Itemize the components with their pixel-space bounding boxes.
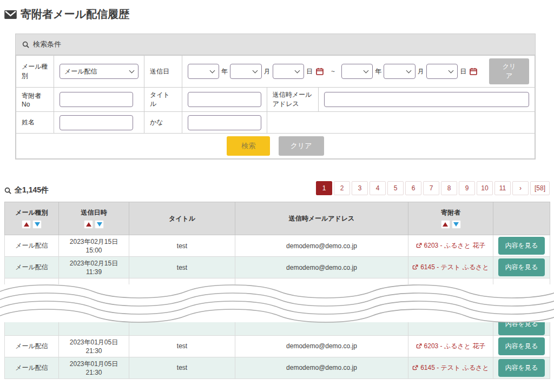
view-content-button[interactable]: 内容を見る bbox=[498, 322, 545, 335]
table-row: メール配信 2023年01月05日 21:30 test demodemo@de… bbox=[5, 357, 550, 378]
to-day-select[interactable] bbox=[426, 64, 458, 79]
sent-at-cell: 2023年01月05日 21:30 bbox=[59, 357, 129, 378]
chevron-down-icon bbox=[364, 68, 369, 73]
title-cell: test bbox=[129, 357, 235, 378]
mail-history-table: メール種別 送信日時 タイトル 送信時メールアドレス 寄附者 bbox=[4, 202, 550, 285]
donor-no-label: 寄附者No bbox=[16, 88, 54, 112]
name-label: 姓名 bbox=[16, 112, 54, 134]
month-unit: 月 bbox=[418, 67, 424, 76]
next-page-link[interactable]: › bbox=[512, 181, 529, 195]
view-content-button[interactable]: 内容を見る bbox=[498, 237, 545, 255]
page-link-10[interactable]: 10 bbox=[477, 181, 493, 195]
header-sent-at: 送信日時 bbox=[59, 202, 129, 235]
chevron-down-icon bbox=[210, 68, 215, 73]
send-date-label: 送信日 bbox=[144, 56, 182, 88]
clear-button[interactable]: クリア bbox=[279, 136, 324, 156]
page-link-1[interactable]: 1 bbox=[316, 181, 332, 195]
sort-desc-button[interactable] bbox=[32, 220, 42, 229]
wave-divider bbox=[0, 284, 554, 322]
view-content-button[interactable]: 内容を見る bbox=[498, 337, 545, 355]
table-row-clipped: 内容を見る bbox=[5, 322, 550, 336]
kana-input[interactable] bbox=[188, 115, 261, 130]
chevron-down-icon bbox=[449, 68, 454, 73]
to-year-select[interactable] bbox=[341, 64, 373, 79]
sort-up-icon bbox=[443, 222, 448, 227]
title-cell: test bbox=[129, 257, 235, 278]
page-link-5[interactable]: 5 bbox=[387, 181, 404, 195]
from-year-select[interactable] bbox=[188, 64, 219, 79]
day-unit: 日 bbox=[306, 67, 313, 76]
sort-asc-button[interactable] bbox=[22, 220, 31, 229]
page-link-9[interactable]: 9 bbox=[459, 181, 475, 195]
mail-type-cell: メール配信 bbox=[5, 335, 59, 357]
donor-link[interactable]: 6145 - テスト ふるさと bbox=[412, 263, 489, 272]
page-link-11[interactable]: 11 bbox=[494, 181, 511, 195]
page-link-8[interactable]: 8 bbox=[441, 181, 457, 195]
last-page-link[interactable]: [58] bbox=[530, 181, 550, 195]
sort-asc-button[interactable] bbox=[84, 220, 93, 229]
table-row: メール配信 2023年01月05日 21:30 test demodemo@de… bbox=[5, 335, 550, 357]
title-cell: test bbox=[129, 235, 235, 257]
header-donor: 寄附者 bbox=[408, 202, 493, 235]
donor-link[interactable]: 6203 - ふるさと 花子 bbox=[416, 342, 486, 351]
sort-up-icon bbox=[24, 222, 29, 227]
envelope-icon bbox=[4, 10, 17, 19]
email-cell: demodemo@demo.co.jp bbox=[235, 357, 408, 378]
donor-link[interactable]: 6203 - ふるさと 花子 bbox=[416, 241, 486, 250]
search-panel: 検索条件 メール種別 メール配信 送信日 年 月 日 bbox=[15, 34, 536, 160]
sort-desc-button[interactable] bbox=[95, 220, 104, 229]
title-input[interactable] bbox=[188, 92, 261, 107]
calendar-icon[interactable] bbox=[470, 68, 477, 75]
table-row: メール配信 2023年02月15日 15:00 test demodemo@de… bbox=[5, 235, 550, 257]
search-form: メール種別 メール配信 送信日 年 月 日 bbox=[16, 55, 535, 159]
external-link-icon bbox=[412, 365, 418, 371]
chevron-down-icon bbox=[252, 68, 258, 73]
page-link-4[interactable]: 4 bbox=[370, 181, 386, 195]
table-row: メール配信 2023年02月15日 11:39 test demodemo@de… bbox=[5, 257, 550, 278]
sort-desc-button[interactable] bbox=[452, 220, 461, 229]
to-month-select[interactable] bbox=[384, 64, 415, 79]
external-link-icon bbox=[416, 243, 422, 249]
sort-down-icon bbox=[35, 222, 40, 227]
mail-type-cell: メール配信 bbox=[5, 357, 59, 378]
email-input[interactable] bbox=[324, 92, 529, 107]
calendar-icon[interactable] bbox=[316, 68, 324, 75]
sort-down-icon bbox=[453, 222, 459, 227]
donor-link[interactable]: 6145 - テスト ふるさと bbox=[412, 363, 489, 373]
email-cell: demodemo@demo.co.jp bbox=[235, 257, 408, 278]
sent-at-cell: 2023年02月15日 11:39 bbox=[59, 257, 129, 278]
mail-type-cell: メール配信 bbox=[5, 257, 59, 278]
page-title: 寄附者メール配信履歴 bbox=[0, 0, 554, 25]
sort-asc-button[interactable] bbox=[441, 220, 450, 229]
month-unit: 月 bbox=[264, 67, 271, 76]
magnifier-icon bbox=[4, 187, 11, 194]
mail-type-select[interactable]: メール配信 bbox=[60, 64, 138, 79]
kana-label: かな bbox=[144, 112, 182, 134]
title-label: タイトル bbox=[144, 88, 182, 112]
chevron-down-icon bbox=[294, 68, 300, 73]
page-link-7[interactable]: 7 bbox=[423, 181, 439, 195]
page-link-3[interactable]: 3 bbox=[352, 181, 368, 195]
donor-no-input[interactable] bbox=[60, 92, 133, 107]
date-clear-button[interactable]: クリア bbox=[489, 58, 529, 84]
from-month-select[interactable] bbox=[230, 64, 261, 79]
result-count: 全1,145件 bbox=[4, 185, 49, 195]
header-mail-type: メール種別 bbox=[5, 202, 59, 235]
name-input[interactable] bbox=[60, 115, 133, 130]
sort-down-icon bbox=[97, 222, 102, 227]
search-panel-title: 検索条件 bbox=[33, 39, 61, 49]
view-content-button[interactable]: 内容を見る bbox=[498, 359, 545, 377]
view-content-button[interactable]: 内容を見る bbox=[498, 258, 545, 276]
day-unit: 日 bbox=[460, 67, 466, 76]
search-button[interactable]: 検索 bbox=[227, 136, 270, 156]
result-count-text: 全1,145件 bbox=[15, 185, 49, 195]
page-link-2[interactable]: 2 bbox=[334, 181, 350, 195]
sent-at-cell: 2023年01月05日 21:30 bbox=[59, 335, 129, 357]
date-range-separator: ~ bbox=[331, 68, 335, 75]
external-link-icon bbox=[412, 264, 418, 270]
header-title: タイトル bbox=[129, 202, 235, 235]
from-day-select[interactable] bbox=[273, 64, 304, 79]
magnifier-icon bbox=[22, 41, 29, 48]
page-link-6[interactable]: 6 bbox=[405, 181, 421, 195]
results-bar: 全1,145件 1 2 3 4 5 6 7 8 9 10 11 › [58] bbox=[4, 181, 550, 195]
